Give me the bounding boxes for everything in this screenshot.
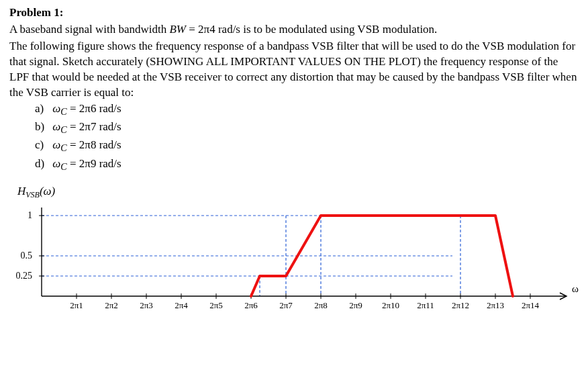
y-tick-label: 0.5: [21, 250, 33, 261]
x-tick-label: 2π2: [105, 300, 118, 310]
x-tick-label: 2π13: [487, 300, 504, 310]
x-tick-label: 2π11: [417, 300, 434, 310]
problem-heading: Problem 1:: [9, 5, 579, 21]
list-item: d) ωC = 2π9 rad/s: [35, 157, 579, 173]
sub-question-list: a) ωC = 2π6 rad/s b) ωC = 2π7 rad/s c) ω…: [35, 102, 579, 173]
list-item: b) ωC = 2π7 rad/s: [35, 120, 579, 136]
x-tick-label: 2π12: [452, 300, 469, 310]
problem-text-2: The following figure shows the frequency…: [9, 39, 579, 101]
y-tick-label: 1: [28, 210, 32, 220]
vsb-filter-plot: 1 0.5 0.25 2π1 2π2 2π3 2π4 2π5 2π6 2π7 2…: [9, 202, 579, 323]
x-axis-label: ω: [572, 283, 579, 294]
figure-y-axis-label: HVSB(ω): [17, 185, 579, 200]
x-tick-label: 2π5: [209, 300, 223, 310]
list-item: c) ωC = 2π8 rad/s: [35, 138, 579, 154]
y-tick-label: 0.25: [16, 271, 33, 281]
x-tick-label: 2π9: [349, 300, 362, 310]
x-tick-label: 2π10: [382, 300, 399, 310]
list-item: a) ωC = 2π6 rad/s: [35, 102, 579, 118]
x-tick-label: 2π3: [140, 300, 153, 310]
x-tick-label: 2π7: [279, 300, 293, 310]
x-tick-label: 2π8: [314, 300, 328, 310]
x-tick-label: 2π14: [522, 300, 540, 310]
x-tick-label: 2π4: [175, 300, 188, 310]
x-tick-label: 2π1: [70, 300, 83, 310]
x-tick-label: 2π6: [244, 300, 258, 310]
problem-text-1: A baseband signal with bandwidth BW = 2π…: [9, 22, 579, 38]
